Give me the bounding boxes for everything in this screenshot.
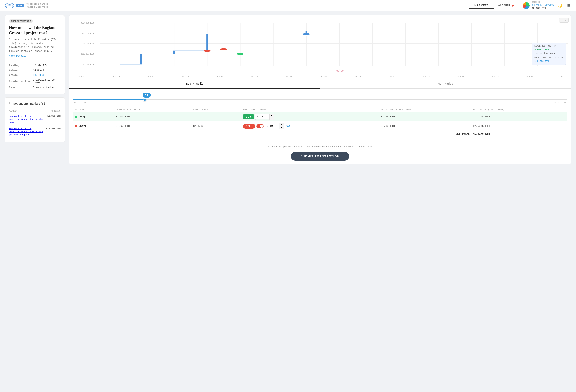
long-actual-price: 0.194 ETH (379, 112, 471, 121)
long-spinner-up[interactable]: ▲ (269, 114, 274, 117)
short-token-spinners: ▲ ▼ (279, 123, 284, 129)
slider-thumb[interactable] (143, 98, 146, 101)
short-est-total: +2.6345 ETH (471, 121, 567, 131)
long-token-spinners: ▲ ▼ (269, 114, 274, 120)
menu-button[interactable]: ☰ (566, 2, 571, 9)
outcome-row-long: Long 0.200 ETH - BUY ▲ (73, 112, 567, 121)
chart-card: 1D ▾ 30B 25B 20B 15B 10B (69, 15, 571, 79)
oracle-label: Oracle (9, 73, 33, 78)
net-total-value: +1.6175 ETH (471, 131, 567, 137)
date-jan22: Jan 22 (388, 75, 396, 78)
wallet-address: 0xd74847...df2e33 (532, 4, 554, 7)
theme-toggle-button[interactable]: 🌙 (557, 2, 563, 9)
tooltip-date: 11/02/2017 9:34 AM (534, 44, 563, 48)
col-actual-price: ACTUAL PRICE PER TOKEN (379, 107, 471, 112)
account-status-dot (512, 5, 514, 7)
nav-account[interactable]: ACCOUNT (494, 2, 518, 9)
svg-text:30B: 30B (81, 22, 94, 24)
volume-label: Volume (9, 68, 33, 73)
market-description: Crossrail is a 118-kilometre (73-mile) r… (9, 38, 61, 53)
date-jan20: Jan 20 (319, 75, 327, 78)
outcome-dot-short (75, 125, 77, 127)
tab-buy-sell[interactable]: Buy / Sell (69, 79, 320, 89)
svg-rect-30 (336, 70, 344, 72)
dep-market-funding-2: 421.512 ETH (46, 126, 61, 138)
short-sell-button[interactable]: SELL (243, 124, 255, 129)
svg-point-1 (9, 4, 10, 5)
long-token-input-group: ▲ ▼ (255, 113, 274, 120)
type-label: Type (9, 85, 33, 90)
date-jan17: Jan 17 (216, 75, 223, 78)
short-buy-sell: SELL ▲ ▼ (243, 123, 378, 129)
col-min-price: CURRENT MIN. PRICE (114, 107, 191, 112)
dep-market-row: How much will the construction of the br… (9, 113, 61, 126)
wallet-area: mainnet 0xd74847...df2e33 32.189 ETH (523, 1, 554, 10)
date-jan18: Jan 18 (250, 75, 258, 78)
nav-divider (520, 2, 520, 9)
outcome-name-long: Long (79, 115, 85, 118)
wallet-info: mainnet 0xd74847...df2e33 32.189 ETH (532, 1, 554, 10)
slider-fill (73, 99, 144, 100)
short-token-input[interactable] (265, 124, 279, 129)
chart-container: 30B 25B 20B 15B 10B (72, 19, 568, 75)
short-spinner-down[interactable]: ▼ (279, 126, 284, 129)
svg-text:25B: 25B (81, 32, 94, 35)
notice-text: The actual cost you will pay might be le… (72, 145, 568, 149)
dep-market-link-1[interactable]: How much will the construction of the br… (9, 115, 43, 124)
dep-col-funding: FUNDING (46, 109, 61, 113)
long-buy-button[interactable]: BUY (243, 114, 254, 119)
trading-card: 14 10 BILLION 30 BILLION OUTCOME CURRE (69, 89, 571, 141)
svg-point-26 (220, 48, 227, 50)
nav-markets[interactable]: MARKETS (469, 2, 494, 9)
svg-text:10B: 10B (81, 63, 94, 66)
col-buy-sell: BUY / SELL TOKENS (241, 107, 379, 112)
tooltip-date2: Date: 11/02/2017 9:34 AM (534, 56, 563, 59)
avatar[interactable] (523, 2, 530, 9)
date-jan14: Jan 14 (113, 75, 120, 78)
short-your-tokens: 1294.392 (191, 121, 241, 131)
date-jan21: Jan 21 (354, 75, 361, 78)
left-panel: INFRASTRUCTURE How much will the England… (5, 15, 65, 388)
dependent-markets-card: ⑂ Dependent Market(s) MARKET FUNDING How… (5, 97, 65, 142)
beta-badge: BETA (16, 4, 24, 7)
submit-transaction-button[interactable]: SUBMIT TRANSACTION (291, 152, 349, 161)
net-total-label: NET TOTAL (73, 131, 471, 137)
logo-area: BETA Prediction Market Trading Interface (5, 2, 48, 8)
long-spinner-down[interactable]: ▼ (269, 117, 274, 120)
col-est-total: EST. TOTAL (INCL. FEES) (471, 107, 567, 112)
dep-market-link-2[interactable]: How much will the construction of the br… (9, 127, 43, 136)
dep-markets-table: MARKET FUNDING How much will the constru… (9, 109, 61, 138)
outcome-dot-long (75, 116, 77, 118)
short-actual-price: 0.789 ETH (379, 121, 471, 131)
header-icons: 🌙 ☰ (557, 2, 571, 9)
slider-bubble: 14 (143, 93, 151, 98)
col-outcome: OUTCOME (73, 107, 114, 112)
svg-text:20B: 20B (81, 42, 94, 45)
short-min-price: 0.800 ETH (114, 121, 191, 131)
date-jan24: Jan 24 (457, 75, 464, 78)
notice-section: The actual cost you will pay might be le… (69, 141, 571, 164)
outcome-name-short: Short (79, 125, 86, 128)
trading-tabs-container: Buy / Sell My Trades (69, 79, 571, 89)
tooltip-type: ● BUY - YES (534, 48, 563, 52)
type-value: Standard Market (33, 85, 61, 90)
dep-markets-header: ⑂ Dependent Market(s) (9, 102, 61, 106)
funding-label: Funding (9, 63, 33, 68)
resolution-value: 9/12/2018 12:00 GMT+1 (33, 78, 61, 85)
long-min-price: 0.200 ETH (114, 112, 191, 121)
oracle-link[interactable]: BBC NEWS (33, 74, 45, 77)
svg-point-25 (203, 50, 210, 52)
net-total-row: NET TOTAL +1.6175 ETH (73, 131, 567, 137)
tab-my-trades[interactable]: My Trades (320, 79, 571, 89)
short-spinner-up[interactable]: ▲ (279, 123, 284, 126)
slider-track (73, 99, 567, 100)
long-token-input[interactable] (255, 114, 269, 119)
short-max-link[interactable]: MAX (286, 125, 290, 128)
chart-date-axis: Jan 13 Jan 14 Jan 15 Jan 16 Jan 17 Jan 1… (72, 75, 568, 79)
volume-value: 54.094 ETH (33, 68, 61, 73)
more-details-link[interactable]: More Details (9, 55, 26, 57)
resolution-label: Resolution Time (9, 78, 33, 85)
col-your-tokens: YOUR TOKENS (191, 107, 241, 112)
funding-value: 12.394 ETH (33, 63, 61, 68)
short-toggle-switch[interactable] (257, 124, 264, 128)
